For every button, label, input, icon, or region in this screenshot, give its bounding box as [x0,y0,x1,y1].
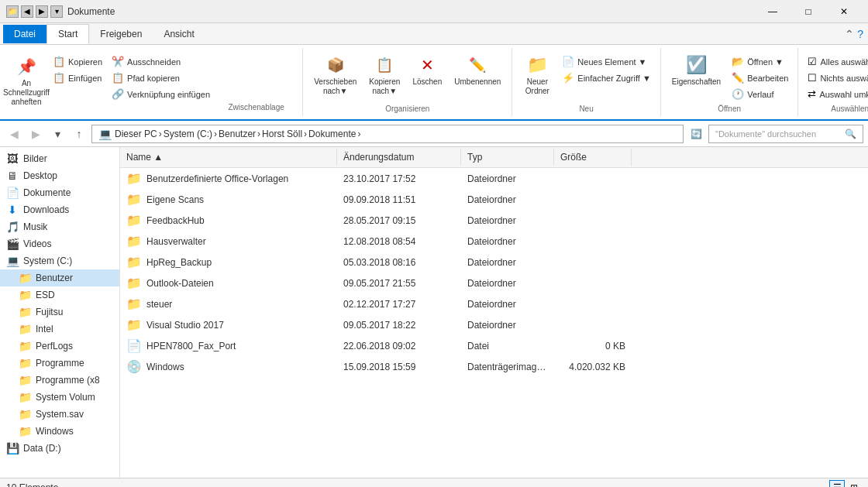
view-buttons: ☰ ⊞ [829,480,862,488]
verlauf-label: Verlauf [747,90,773,99]
nav-item-windows[interactable]: 📁 Windows [0,423,119,440]
btn-kopieren[interactable]: 📋 Kopieren [50,54,105,69]
btn-pfad-kopieren[interactable]: 📋 Pfad kopieren [108,70,213,85]
btn-verlauf[interactable]: 🕐 Verlauf [728,87,791,101]
nav-item-programme[interactable]: 📁 Programme [0,355,119,372]
table-row[interactable]: 📁 HpReg_Backup 05.03.2018 08:16 Dateiord… [120,252,868,273]
ribbon-collapse-icon[interactable]: ⌃ [845,28,854,40]
up-button[interactable]: ↑ [70,125,88,143]
table-row[interactable]: 📁 Benutzerdefinierte Office-Vorlagen 23.… [120,168,868,189]
nav-item-perflogs[interactable]: 📁 PerfLogs [0,338,119,355]
tab-ansicht[interactable]: Ansicht [153,25,205,43]
btn-oeffnen[interactable]: 📂 Öffnen ▼ [728,54,791,69]
col-header-size[interactable]: Größe [554,149,632,166]
breadcrumb-part4[interactable]: Horst Söll [262,129,302,139]
tab-start[interactable]: Start [46,24,89,44]
nav-item-fujitsu[interactable]: 📁 Fujitsu [0,304,119,321]
btn-schnellzugriff[interactable]: 📌 An Schnellzugriffanheften [0,51,53,110]
fujitsu-icon: 📁 [19,306,31,318]
nav-label-dokumente: Dokumente [23,187,71,198]
maximize-button[interactable]: □ [790,0,826,23]
programme-icon: 📁 [19,357,31,369]
btn-alles-auswaehlen[interactable]: ☑ Alles auswählen [804,54,868,69]
btn-loeschen[interactable]: ✕ Löschen [408,51,446,101]
nav-item-benutzer[interactable]: 📁 Benutzer [0,269,119,286]
refresh-button[interactable]: 🔄 [687,125,705,143]
breadcrumb-part1[interactable]: Dieser PC [115,129,157,139]
quick-icon-folder[interactable]: 📁 [6,5,19,18]
nav-item-system-volume[interactable]: 📁 System Volum [0,389,119,406]
help-icon[interactable]: ? [857,28,863,40]
window-controls: — □ ✕ [755,0,862,23]
view-btn-large[interactable]: ⊞ [846,480,862,488]
address-icon: 💻 [98,128,112,140]
close-button[interactable]: ✕ [826,0,862,23]
recent-locations-button[interactable]: ▾ [48,125,67,143]
btn-neuer-ordner[interactable]: 📁 NeuerOrdner [518,51,556,98]
file-date: 28.05.2017 09:15 [337,213,461,228]
nav-item-data-d[interactable]: 💾 Data (D:) [0,440,119,457]
btn-verknuepfung[interactable]: 🔗 Verknüpfung einfügen [108,87,213,101]
table-row[interactable]: 📁 Eigene Scans 09.09.2018 11:51 Dateiord… [120,189,868,210]
table-row[interactable]: 📁 FeedbackHub 28.05.2017 09:15 Dateiordn… [120,210,868,231]
nav-item-system-sav[interactable]: 📁 System.sav [0,406,119,423]
nav-item-downloads[interactable]: ⬇ Downloads [0,201,119,218]
btn-verschieben[interactable]: 📦 Verschiebennach▼ [309,51,361,101]
file-name: Visual Studio 2017 [146,320,224,331]
nav-item-desktop[interactable]: 🖥 Desktop [0,167,119,184]
minimize-button[interactable]: — [755,0,790,23]
btn-kopieren-nach[interactable]: 📋 Kopierennach▼ [364,51,405,101]
btn-umbenennen[interactable]: ✏️ Umbenennen [450,51,505,101]
table-row[interactable]: 📁 steuer 02.12.2017 17:27 Dateiordner [120,293,868,314]
breadcrumb-part3[interactable]: Benutzer [219,129,256,139]
table-row[interactable]: 📁 Visual Studio 2017 09.05.2017 18:22 Da… [120,314,868,335]
tab-datei[interactable]: Datei [3,25,46,43]
desktop-icon: 🖥 [6,170,19,182]
nav-item-musik[interactable]: 🎵 Musik [0,218,119,235]
programme-x8-icon: 📁 [19,374,31,386]
nav-item-bilder[interactable]: 🖼 Bilder [0,150,119,167]
table-row[interactable]: 📁 Outlook-Dateien 09.05.2017 21:55 Datei… [120,273,868,293]
btn-einfacher-zugriff[interactable]: ⚡ Einfacher Zugriff ▼ [559,70,653,85]
btn-einfuegen[interactable]: 📋 Einfügen [50,70,105,85]
btn-neues-element[interactable]: 📄 Neues Element ▼ [559,54,653,69]
quick-icon-forward[interactable]: ▶ [36,5,48,18]
nav-item-videos[interactable]: 🎬 Videos [0,235,119,252]
file-date: 09.05.2017 21:55 [337,276,461,291]
col-header-name[interactable]: Name ▲ [120,149,337,166]
ausschneiden-label: Ausschneiden [127,57,181,67]
nichts-icon: ☐ [808,72,817,84]
btn-ausschneiden[interactable]: ✂️ Ausschneiden [108,54,213,69]
nav-item-dokumente[interactable]: 📄 Dokumente [0,184,119,201]
ribbon-group-oeffnen: ☑️ Eigenschaften 📂 Öffnen ▼ ✏️ Bearbeite… [661,48,799,116]
btn-nichts-auswaehlen[interactable]: ☐ Nichts auswählen [804,70,868,85]
quick-icon-back[interactable]: ◀ [21,5,33,18]
bearbeiten-icon: ✏️ [732,72,744,84]
btn-bearbeiten[interactable]: ✏️ Bearbeiten [728,70,791,85]
col-header-date[interactable]: Änderungsdatum [337,149,461,166]
breadcrumb-part2[interactable]: System (C:) [164,129,212,139]
nav-item-programme-x8[interactable]: 📁 Programme (x8 [0,372,119,389]
search-bar[interactable]: "Dokumente" durchsuchen 🔍 [708,125,863,143]
forward-button[interactable]: ▶ [26,125,45,143]
nav-item-esd[interactable]: 📁 ESD [0,286,119,304]
table-row[interactable]: 📄 HPEN7800_Fax_Port 22.06.2018 09:02 Dat… [120,335,868,356]
btn-auswahl-umkehren[interactable]: ⇄ Auswahl umkehren [804,87,868,101]
tab-freigeben[interactable]: Freigeben [89,25,153,43]
address-bar[interactable]: 💻 Dieser PC › System (C:) › Benutzer › H… [91,125,684,143]
nav-item-system-c[interactable]: 💻 System (C:) [0,252,119,269]
back-button[interactable]: ◀ [5,125,23,143]
file-date: 23.10.2017 17:52 [337,171,461,187]
btn-eigenschaften[interactable]: ☑️ Eigenschaften [667,51,725,88]
view-btn-details[interactable]: ☰ [829,480,845,488]
file-size [554,260,632,265]
ausschneiden-icon: ✂️ [112,56,124,67]
table-row[interactable]: 💿 Windows 15.09.2018 15:59 Datenträgerim… [120,356,868,377]
kopieren-nach-icon: 📋 [372,53,397,77]
nav-item-intel[interactable]: 📁 Intel [0,321,119,338]
table-row[interactable]: 📁 Hausverwalter 12.08.2018 08:54 Dateior… [120,231,868,252]
nav-label-videos: Videos [23,238,51,249]
bearbeiten-label: Bearbeiten [747,74,788,83]
col-header-type[interactable]: Typ [461,149,554,166]
quick-icon-down[interactable]: ▾ [50,5,63,18]
